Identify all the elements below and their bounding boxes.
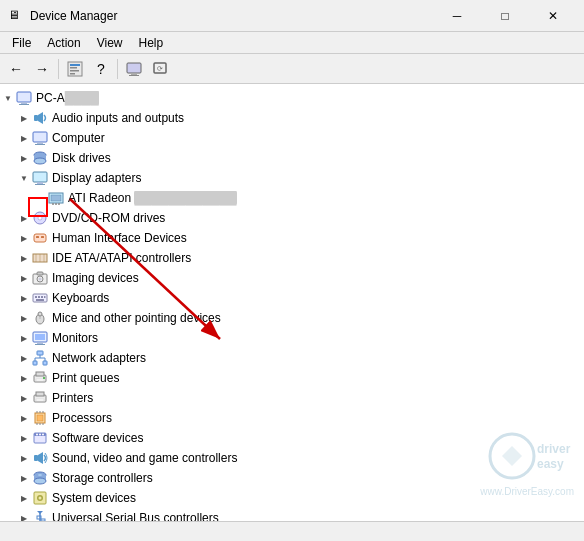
dvd-label: DVD/CD-ROM drives [52,211,165,225]
software-icon [32,430,48,446]
svg-rect-31 [34,234,46,242]
maximize-button[interactable]: □ [482,0,528,32]
toolbar-properties-button[interactable] [63,57,87,81]
svg-rect-25 [51,195,61,201]
mice-expander[interactable] [16,310,32,326]
menu-view[interactable]: View [89,34,131,52]
tree-item-system[interactable]: System devices [0,488,584,508]
audio-label: Audio inputs and outputs [52,111,184,125]
svg-point-50 [38,312,42,316]
sound-icon [32,450,48,466]
menu-file[interactable]: File [4,34,39,52]
tree-item-printers[interactable]: Printers [0,388,584,408]
printers-label: Printers [52,391,93,405]
menu-help[interactable]: Help [131,34,172,52]
scan-icon: ⟳ [152,61,168,77]
usb-expander[interactable] [16,510,32,521]
system-expander[interactable] [16,490,32,506]
cpu-icon [32,410,48,426]
svg-rect-4 [70,73,75,75]
tree-item-keyboards[interactable]: Keyboards [0,288,584,308]
computer-expander[interactable] [16,130,32,146]
audio-expander[interactable] [16,110,32,126]
root-expander[interactable] [0,90,16,106]
tree-root[interactable]: PC-A████ [0,88,584,108]
keyboard-icon [32,290,48,306]
svg-rect-52 [35,334,45,340]
menu-action[interactable]: Action [39,34,88,52]
svg-point-86 [34,478,46,484]
tree-item-network[interactable]: Network adapters [0,348,584,368]
processors-label: Processors [52,411,112,425]
toolbar-back-button[interactable]: ← [4,57,28,81]
tree-item-mice[interactable]: Mice and other pointing devices [0,308,584,328]
tree-item-computer[interactable]: Computer [0,128,584,148]
app-icon: 🖥 [8,8,24,24]
status-bar [0,521,584,541]
svg-rect-94 [41,519,45,521]
svg-rect-45 [41,296,43,298]
tree-item-disk[interactable]: Disk drives [0,148,584,168]
system-label: System devices [52,491,136,505]
svg-marker-92 [37,511,43,514]
tree-item-audio[interactable]: Audio inputs and outputs [0,108,584,128]
device-tree[interactable]: PC-A████ Audio inputs and outputs [0,84,584,521]
imaging-expander[interactable] [16,270,32,286]
monitors-expander[interactable] [16,330,32,346]
software-expander[interactable] [16,430,32,446]
svg-rect-82 [34,455,38,461]
svg-rect-22 [37,182,43,184]
tree-item-ati[interactable]: ATI Radeon ████████████ [0,188,584,208]
printers-expander[interactable] [16,390,32,406]
svg-rect-7 [129,75,139,76]
minimize-button[interactable]: ─ [434,0,480,32]
svg-rect-16 [37,142,43,144]
svg-rect-57 [43,361,47,365]
svg-point-90 [39,497,42,500]
dvd-expander[interactable] [16,210,32,226]
svg-rect-54 [35,344,45,345]
display-expander[interactable] [16,170,32,186]
close-button[interactable]: ✕ [530,0,576,32]
svg-marker-14 [38,112,43,124]
tree-item-monitors[interactable]: Monitors [0,328,584,348]
toolbar-display-button[interactable] [122,57,146,81]
toolbar-forward-button[interactable]: → [30,57,54,81]
printq-expander[interactable] [16,370,32,386]
svg-rect-17 [35,144,45,145]
main-content-area: PC-A████ Audio inputs and outputs [0,84,584,521]
tree-item-display[interactable]: Display adapters [0,168,584,188]
toolbar-separator-2 [117,59,118,79]
tree-item-imaging[interactable]: Imaging devices [0,268,584,288]
computer-icon [16,90,32,106]
root-label: PC-A████ [36,91,99,105]
tree-item-storage[interactable]: Storage controllers [0,468,584,488]
toolbar-scan-button[interactable]: ⟳ [148,57,172,81]
tree-item-ide[interactable]: IDE ATA/ATAPI controllers [0,248,584,268]
toolbar-help-button[interactable]: ? [89,57,113,81]
svg-rect-15 [33,132,47,142]
keyboards-expander[interactable] [16,290,32,306]
svg-rect-53 [37,342,43,344]
disk-expander[interactable] [16,150,32,166]
tree-item-usb[interactable]: Universal Serial Bus controllers [0,508,584,521]
window-controls: ─ □ ✕ [434,0,576,32]
ide-expander[interactable] [16,250,32,266]
computer-label: Computer [52,131,105,145]
tree-item-software[interactable]: Software devices [0,428,584,448]
network-expander[interactable] [16,350,32,366]
svg-rect-11 [21,102,27,104]
tree-item-hid[interactable]: Human Interface Devices [0,228,584,248]
sound-label: Sound, video and game controllers [52,451,237,465]
svg-rect-1 [70,64,80,66]
hid-expander[interactable] [16,230,32,246]
tree-item-sound[interactable]: Sound, video and game controllers [0,448,584,468]
sound-expander[interactable] [16,450,32,466]
tree-item-dvd[interactable]: DVD/CD-ROM drives [0,208,584,228]
storage-expander[interactable] [16,470,32,486]
processors-expander[interactable] [16,410,32,426]
tree-item-processors[interactable]: Processors [0,408,584,428]
tree-item-printq[interactable]: Print queues [0,368,584,388]
svg-rect-63 [36,372,44,376]
mice-label: Mice and other pointing devices [52,311,221,325]
